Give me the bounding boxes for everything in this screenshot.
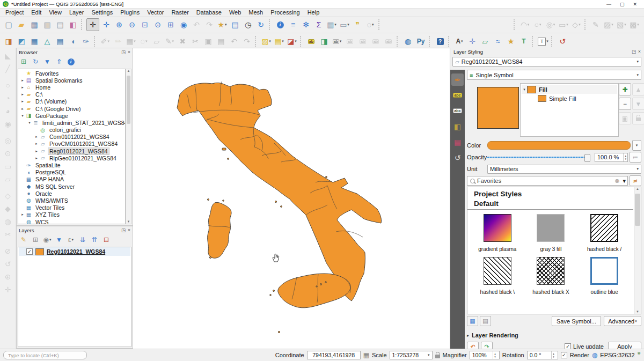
menu-view[interactable]: View [45,9,65,16]
lock-symbol-color[interactable] [632,112,644,124]
collapse-all-layers[interactable]: ⇈ [89,234,100,245]
menu-vector[interactable]: Vector [143,9,167,16]
new-spatial-bookmark[interactable]: ★▾ [216,19,228,31]
processing-toolbox[interactable]: ✻ [300,19,312,31]
pin-labels[interactable]: ab▾ [331,35,343,47]
add-spatialite-layer[interactable]: ✑ [80,35,92,47]
menu-processing[interactable]: Processing [267,9,303,16]
browser-item-geopackage[interactable]: ▾◨GeoPackage [18,112,125,119]
zoom-in[interactable]: ⊕ [113,19,125,31]
browser-scrollbar[interactable]: ▲▼ [126,69,131,224]
paste-features[interactable]: ▤ [215,35,227,47]
manage-map-themes[interactable]: ◉▾ [42,234,53,245]
statistical-summary[interactable]: ≡ [287,19,299,31]
browser-item-ms-sql-server[interactable]: ◆MS SQL Server [18,183,125,190]
text-along-line-annotation[interactable]: T [518,35,530,47]
text-annotation[interactable]: A▾ [453,35,465,47]
minimize-button[interactable]: — [606,2,611,7]
menu-project[interactable]: Project [2,9,27,16]
rectangle-from-extent[interactable]: ▭ [2,160,14,172]
browser-item-wms-wmts[interactable]: ◍WMS/WMTS [18,197,125,204]
add-selected-layers[interactable]: ⊞ [18,56,29,67]
zoom-last[interactable]: ↶ [191,19,202,31]
move-symbol-layer-up[interactable]: ▲ [632,83,644,95]
new-project[interactable]: ▢ [3,19,14,31]
expand-all[interactable]: ⇊ [77,234,88,245]
deselect-all[interactable]: ◪▾ [286,35,298,47]
change-label[interactable]: ab [383,35,394,47]
new-map-view[interactable]: ◌▾ [364,19,376,31]
toggle-editing[interactable]: ✏ [112,35,124,47]
construction-line[interactable]: ╱ [2,63,14,75]
osm-place-search[interactable]: ↺ [557,35,568,47]
browser-item-limiti-admin-stat-2021-wgs84-gpkg[interactable]: ▾≣limiti_admin_STAT_2021_WGS84.gpkg [18,119,125,126]
tab-diagrams[interactable]: ▤ [451,136,464,148]
add-symbol-layer[interactable]: ✚ [619,83,631,95]
remove-symbol-layer[interactable]: − [619,98,631,110]
add-polygon-feature[interactable]: ▱ [151,35,163,47]
zoom-out[interactable]: ⊖ [126,19,138,31]
add-vector-layer[interactable]: ◩ [16,35,27,47]
lock-scale-icon[interactable] [435,355,440,358]
digitize-rectangle[interactable]: ▭▾ [558,19,569,31]
regular-polygon-center[interactable]: ◇ [2,190,14,202]
trim-extend-feature[interactable]: ✂ [2,229,14,240]
dropdown-arrow-icon[interactable]: ▾ [623,178,626,185]
rotate-label[interactable]: ab [370,35,382,47]
browser-item-spatial-bookmarks[interactable]: ▸▤Spatial Bookmarks [18,77,125,84]
show-sum-features[interactable]: Σ [313,19,325,31]
pan-map[interactable]: ✛ [86,18,99,31]
browser-item-oracle[interactable]: ●Oracle [18,190,125,197]
browser-item-sap-hana[interactable]: ▦SAP HANA [18,176,125,183]
layers-close-button[interactable]: × [128,227,130,233]
copy-features[interactable]: ▣ [202,35,214,47]
layers-float-button[interactable]: ◳ [121,227,126,233]
style-outline-blue[interactable]: outline blue [577,257,631,300]
open-layer-styling-panel[interactable]: ✎ [18,234,29,245]
render-checkbox[interactable]: ✓ [561,352,567,358]
browser-item-com01012021-wgs84[interactable]: ▸▱Com01012021_WGS84 [18,134,125,141]
cut-features[interactable]: ✂ [189,35,201,47]
maximize-button[interactable]: ▢ [620,2,625,7]
layer-rendering-row[interactable]: ▸ Layer Rendering [467,331,641,340]
browser-item-reg01012021-wgs84[interactable]: ▸▱Reg01012021_WGS84 [18,148,125,154]
open-project[interactable]: ▰ [16,19,27,31]
tab-history[interactable]: ↺ [451,151,464,164]
menu-settings[interactable]: Settings [87,9,116,16]
remove-layer[interactable]: ⊟ [101,234,112,245]
style-hashed-black[interactable]: hashed black / [577,214,631,257]
scale-selector[interactable]: 1:7253278 ▾ [390,351,433,359]
split-features[interactable]: ▧▾ [616,19,627,31]
add-group[interactable]: ⊞ [30,234,41,245]
refresh-browser[interactable]: ↻ [30,56,41,67]
html-annotation[interactable]: T▾ [537,35,549,47]
move-annotation[interactable]: ✛ [466,35,478,47]
menu-database[interactable]: Database [193,9,225,16]
style-hashed-black-x[interactable]: hashed black X [524,257,578,300]
tab-labels[interactable]: abc [451,89,464,101]
browser-item-ripgeo01012021-wgs84[interactable]: ▸▱RipGeo01012021_WGS84 [18,154,125,161]
browser-item-favorites[interactable]: ★Favorites [18,70,125,77]
zoom-full[interactable]: ⊡ [139,19,151,31]
layer-visibility-checkbox[interactable]: ✓ [26,248,33,255]
live-update-checkbox[interactable]: ✓ [565,343,571,349]
coordinate-input[interactable] [307,351,361,359]
browser-item-wcs[interactable]: ◍WCS [18,218,125,224]
save-layer-edits[interactable]: ▦▾ [125,35,137,47]
zoom-to-selection[interactable]: ⊙ [152,19,164,31]
tab-symbology[interactable]: ✒ [451,73,464,86]
locator-input[interactable] [3,351,87,359]
open-data-source-manager[interactable]: ◨ [3,35,14,47]
move-feature[interactable]: ✛ [2,284,14,296]
list-view-toggle[interactable]: ▤ [480,316,491,326]
temporal-controller[interactable]: ◷ [242,19,254,31]
menu-layer[interactable]: Layer [65,9,88,16]
browser-item-c-google-drive[interactable]: ▸▰C:\ (Google Drive) [18,105,125,112]
ellipse-from-extent[interactable]: ⊙ [2,148,14,159]
styles-scrollbar[interactable]: ▲▼ [634,187,641,314]
browser-item-spatialite[interactable]: ✑SpatiaLite [18,161,125,168]
circle-3-points[interactable]: ◔ [2,92,14,104]
circle-3-tangents[interactable]: ◕ [2,105,14,117]
menu-raster[interactable]: Raster [167,9,192,16]
save-symbol-button[interactable]: Save Symbol... [552,316,601,326]
